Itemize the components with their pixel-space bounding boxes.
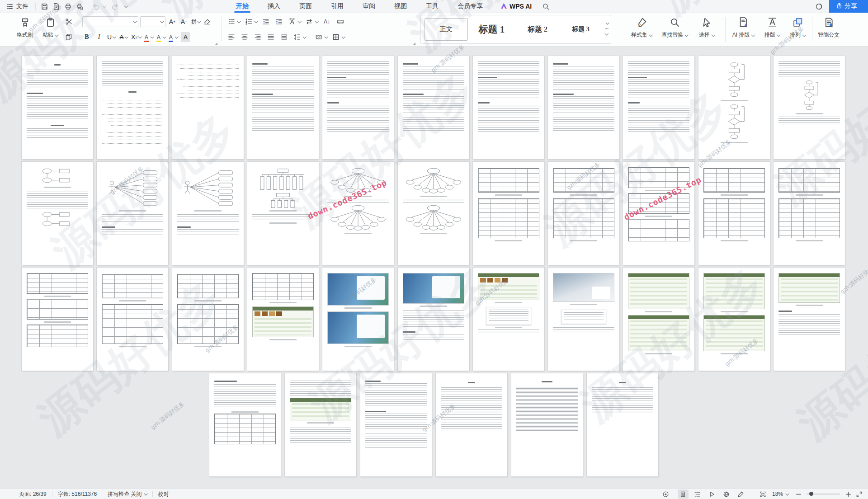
- outline-view-icon[interactable]: [692, 490, 703, 499]
- page-thumbnail-35[interactable]: [285, 373, 356, 476]
- ink-icon[interactable]: [736, 490, 746, 499]
- line-spacing-button[interactable]: [292, 32, 302, 42]
- page-thumbnail-4[interactable]: [247, 56, 319, 159]
- page-thumbnail-10[interactable]: [698, 56, 770, 159]
- increase-font-button[interactable]: A+: [167, 17, 177, 27]
- print-preview-button[interactable]: [74, 1, 85, 12]
- page-thumbnail-30[interactable]: [548, 268, 619, 371]
- italic-button[interactable]: I: [94, 32, 104, 42]
- save-button[interactable]: [38, 1, 50, 12]
- paragraph-dialog-launcher[interactable]: [413, 42, 415, 45]
- page-thumbnail-19[interactable]: [548, 162, 619, 265]
- zoom-out-icon[interactable]: [793, 490, 804, 499]
- page-thumbnail-13[interactable]: [97, 162, 168, 265]
- char-color-button[interactable]: A: [169, 32, 178, 42]
- page-thumbnail-16[interactable]: [322, 162, 394, 265]
- font-size-combo[interactable]: [140, 16, 165, 27]
- bold-button[interactable]: B: [82, 32, 91, 42]
- page-view-icon[interactable]: [678, 490, 689, 499]
- word-count[interactable]: 字数: 516/11376: [52, 490, 103, 498]
- font-family-combo[interactable]: [82, 16, 138, 27]
- numbered-list-button[interactable]: [244, 17, 253, 27]
- borders-button[interactable]: [331, 32, 340, 42]
- decrease-indent-button[interactable]: [261, 17, 270, 27]
- ai-layout-button[interactable]: AI 排版: [729, 15, 758, 39]
- page-thumbnail-31[interactable]: [623, 268, 694, 371]
- find-replace-button[interactable]: 查找替换: [658, 15, 691, 39]
- char-shading-button[interactable]: A: [181, 32, 190, 42]
- char-scale-button[interactable]: [288, 17, 297, 27]
- web-view-icon[interactable]: [721, 490, 732, 499]
- bullet-list-button[interactable]: [227, 17, 236, 27]
- zoom-slider[interactable]: [807, 490, 840, 499]
- redo-button[interactable]: [109, 1, 121, 12]
- increase-indent-button[interactable]: [274, 17, 283, 27]
- page-thumbnail-20[interactable]: [623, 162, 694, 265]
- page-thumbnail-9[interactable]: [623, 56, 694, 159]
- page-thumbnail-14[interactable]: [172, 162, 244, 265]
- tab-会员专享[interactable]: 会员专享: [448, 0, 492, 13]
- page-thumbnail-17[interactable]: [398, 162, 469, 265]
- eye-protect-icon[interactable]: [660, 490, 671, 499]
- export-button[interactable]: [50, 1, 62, 12]
- clear-format-button[interactable]: [203, 17, 212, 27]
- page-thumbnail-29[interactable]: [473, 268, 544, 371]
- page-thumbnail-37[interactable]: [436, 373, 507, 476]
- page-thumbnail-3[interactable]: [172, 56, 244, 159]
- style-heading-3[interactable]: 标题 3: [560, 19, 602, 40]
- page-thumbnail-26[interactable]: [247, 268, 319, 371]
- spellcheck-toggle[interactable]: 拼写检查 关闭: [102, 490, 152, 498]
- tab-工具[interactable]: 工具: [416, 0, 448, 13]
- page-thumbnail-39[interactable]: [587, 373, 658, 476]
- page-thumbnail-18[interactable]: [473, 162, 544, 265]
- format-painter-button[interactable]: 格式刷: [13, 15, 37, 39]
- style-heading-2[interactable]: 标题 2: [515, 19, 560, 40]
- zoom-level[interactable]: 18%: [769, 491, 785, 497]
- zoom-in-icon[interactable]: [843, 490, 854, 499]
- align-distribute-button[interactable]: [279, 32, 288, 42]
- font-dialog-launcher[interactable]: [215, 42, 217, 45]
- tab-引用[interactable]: 引用: [321, 0, 353, 13]
- page-thumbnail-38[interactable]: [511, 373, 583, 476]
- layout-button[interactable]: 排版: [760, 15, 784, 39]
- page-thumbnail-23[interactable]: [22, 268, 93, 371]
- page-thumbnail-6[interactable]: [398, 56, 469, 159]
- undo-button[interactable]: [90, 1, 102, 12]
- share-button[interactable]: 分享: [829, 0, 868, 13]
- fullscreen-icon[interactable]: [854, 490, 864, 499]
- shading-button[interactable]: [314, 32, 323, 42]
- tab-审阅[interactable]: 审阅: [353, 0, 385, 13]
- play-view-icon[interactable]: [707, 490, 717, 499]
- page-thumbnail-34[interactable]: [209, 373, 281, 476]
- tab-wps-ai[interactable]: WPS AI: [492, 3, 540, 10]
- tab-页面[interactable]: 页面: [290, 0, 321, 13]
- page-thumbnail-2[interactable]: [97, 56, 168, 159]
- tab-视图[interactable]: 视图: [385, 0, 416, 13]
- paste-button[interactable]: 粘贴: [38, 15, 62, 39]
- tab-开始[interactable]: 开始: [226, 0, 258, 13]
- page-thumbnail-32[interactable]: [698, 268, 770, 371]
- page-thumbnail-5[interactable]: [322, 56, 394, 159]
- page-thumbnail-12[interactable]: [22, 162, 93, 265]
- theme-skin-icon[interactable]: [813, 1, 825, 12]
- page-thumbnail-33[interactable]: [774, 268, 845, 371]
- sort-button[interactable]: A↓: [322, 17, 332, 27]
- zoom-dropdown-icon[interactable]: [785, 492, 789, 495]
- page-thumbnail-8[interactable]: [548, 56, 619, 159]
- style-set-button[interactable]: 样式集: [628, 15, 655, 39]
- page-thumbnail-15[interactable]: [247, 162, 319, 265]
- page-thumbnail-11[interactable]: [774, 56, 845, 159]
- main-menu-icon[interactable]: [4, 1, 15, 12]
- arrange-button[interactable]: 排列: [786, 15, 809, 39]
- align-left-button[interactable]: [227, 32, 236, 42]
- toolbar-more-icon[interactable]: [124, 4, 127, 8]
- font-color-button[interactable]: A: [144, 32, 153, 42]
- page-thumbnail-7[interactable]: [473, 56, 544, 159]
- decrease-font-button[interactable]: A−: [179, 17, 189, 27]
- tab-插入[interactable]: 插入: [258, 0, 290, 13]
- page-thumbnail-27[interactable]: [322, 268, 394, 371]
- document-canvas[interactable]: [0, 46, 868, 488]
- align-right-button[interactable]: [253, 32, 262, 42]
- fit-page-icon[interactable]: [758, 490, 769, 499]
- symbol-swap-button[interactable]: [305, 17, 314, 27]
